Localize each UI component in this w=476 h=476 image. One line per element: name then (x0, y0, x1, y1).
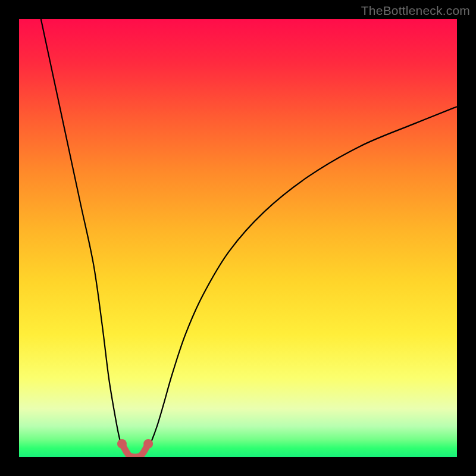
curve-overlay (19, 19, 457, 457)
curve-right-branch (142, 107, 457, 457)
bottom-marker-dot (117, 439, 127, 449)
curve-left-branch (41, 19, 129, 457)
bottom-marker-dots (117, 439, 153, 449)
watermark-text: TheBottleneck.com (361, 4, 470, 18)
chart-frame: TheBottleneck.com (0, 0, 476, 476)
bottom-marker-dot (143, 439, 153, 449)
plot-area (19, 19, 457, 457)
